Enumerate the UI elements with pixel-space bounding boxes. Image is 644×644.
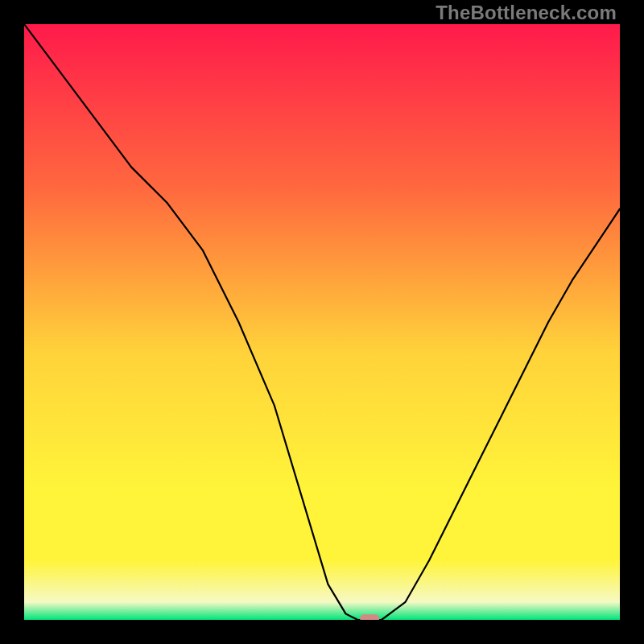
watermark-text: TheBottleneck.com [436, 2, 617, 24]
gradient-background [24, 24, 620, 620]
plot-area [24, 24, 620, 620]
optimal-marker [360, 614, 379, 620]
chart-frame: TheBottleneck.com [0, 0, 644, 644]
chart-svg [24, 24, 620, 620]
